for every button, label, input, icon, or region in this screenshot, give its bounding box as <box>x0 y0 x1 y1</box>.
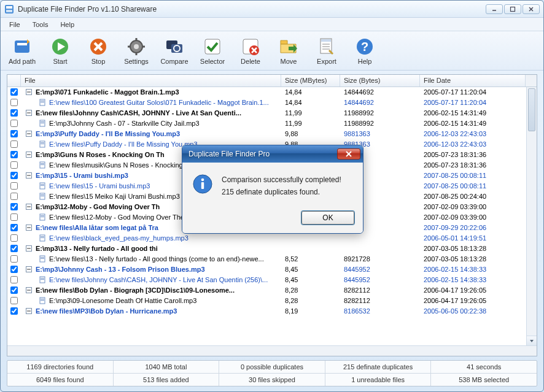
row-checkbox[interactable] <box>10 140 18 148</box>
size-mb: 8,45 <box>281 266 340 273</box>
file-path: E:\mp3\Puffy Daddy - I'll Be Missing You… <box>36 130 180 137</box>
column-date[interactable]: File Date <box>420 75 526 86</box>
row-checkbox[interactable] <box>10 120 18 127</box>
file-icon <box>38 296 47 305</box>
start-button[interactable]: Start <box>41 33 79 69</box>
row-checkbox[interactable] <box>10 276 18 283</box>
table-row[interactable]: E:\mp3\Puffy Daddy - I'll Be Missing You… <box>7 129 537 139</box>
table-row[interactable]: E:\mp3\071 Funkadelic - Maggot Brain.1.m… <box>7 87 537 98</box>
table-row[interactable]: E:\new files\black_eyed_peas-my_humps.mp… <box>7 233 537 244</box>
row-checkbox[interactable] <box>10 88 18 96</box>
scroll-down-arrow[interactable] <box>527 336 537 345</box>
row-checkbox[interactable] <box>10 109 18 117</box>
column-check[interactable] <box>7 75 21 86</box>
minimize-button[interactable] <box>486 4 503 14</box>
svg-rect-52 <box>41 163 44 164</box>
file-path: E:\new files\15 Meiko Kaji Urami Bushi.m… <box>49 193 180 200</box>
selector-label: Selector <box>200 58 225 65</box>
column-file[interactable]: File <box>21 75 281 86</box>
column-size-mb[interactable]: Size (MBytes) <box>281 75 340 86</box>
collapse-icon[interactable] <box>25 109 33 117</box>
move-button[interactable]: Move <box>270 33 308 69</box>
table-row[interactable]: E:\new files\100 Greatest Guitar Solos\0… <box>7 98 537 108</box>
selector-button[interactable]: Selector <box>193 33 231 69</box>
delete-button[interactable]: Delete <box>231 33 270 69</box>
row-checkbox[interactable] <box>10 213 18 221</box>
file-icon <box>38 255 47 263</box>
row-checkbox[interactable] <box>10 193 18 200</box>
collapse-icon[interactable] <box>25 286 33 294</box>
size-mb: 8,52 <box>281 255 340 263</box>
menu-tools[interactable]: Tools <box>26 19 55 30</box>
collapse-icon[interactable] <box>25 307 33 315</box>
export-icon <box>317 37 336 56</box>
dialog-close-button[interactable] <box>337 148 360 159</box>
row-checkbox[interactable] <box>10 224 18 231</box>
table-row[interactable]: E:\mp3\Johnny Cash - 07 - Starkville Cit… <box>7 118 537 129</box>
column-size-b[interactable]: Size (Bytes) <box>340 75 420 86</box>
horizontal-scrollbar[interactable] <box>7 345 537 356</box>
collapse-icon[interactable] <box>25 202 33 211</box>
help-button[interactable]: ? Help <box>346 33 384 69</box>
stop-button[interactable]: Stop <box>79 33 117 69</box>
dialog-title: Duplicate File Finder Pro <box>188 150 337 158</box>
collapse-icon[interactable] <box>25 223 33 232</box>
size-mb: 8,28 <box>281 297 340 304</box>
svg-rect-94 <box>201 182 204 189</box>
menu-help[interactable]: Help <box>54 19 80 30</box>
close-button[interactable] <box>523 4 540 14</box>
file-date: 2006-02-15 14:38:33 <box>420 266 526 273</box>
export-label: Export <box>317 58 336 65</box>
row-checkbox[interactable] <box>10 307 18 315</box>
table-row[interactable]: E:\new files\Johnny Cash\CASH, JOHNNY - … <box>7 275 537 285</box>
file-date: 2006-02-15 14:31:49 <box>420 109 526 117</box>
file-icon <box>38 98 47 107</box>
collapse-icon[interactable] <box>25 150 33 159</box>
status-skipped: 30 files skipped <box>219 374 325 386</box>
collapse-icon[interactable] <box>25 265 33 274</box>
status-selected: 538 MB selected <box>431 374 537 386</box>
row-checkbox[interactable] <box>10 172 18 179</box>
row-checkbox[interactable] <box>10 286 18 294</box>
menu-file[interactable]: File <box>3 19 26 30</box>
row-checkbox[interactable] <box>10 234 18 242</box>
scrollbar-thumb[interactable] <box>528 88 535 131</box>
table-row[interactable]: E:\mp3\09-Lonesome Death Of Hattie Carol… <box>7 296 537 306</box>
table-row[interactable]: E:\new files\Johnny Cash\CASH, JOHNNY - … <box>7 108 537 118</box>
collapse-icon[interactable] <box>25 171 33 180</box>
table-row[interactable]: E:\mp3\13 - Nelly furtado - All good thi… <box>7 244 537 254</box>
row-checkbox[interactable] <box>10 255 18 263</box>
settings-button[interactable]: Settings <box>117 33 155 69</box>
row-checkbox[interactable] <box>10 161 18 169</box>
table-row[interactable]: E:\mp3\Johnny Cash - 13 - Folsom Prison … <box>7 264 537 275</box>
file-path: E:\new files\15 - Urami bushi.mp3 <box>49 182 150 190</box>
export-button[interactable]: Export <box>308 33 346 69</box>
table-row[interactable]: E:\new files\MP3\Bob Dylan - Hurricane.m… <box>7 306 537 317</box>
row-checkbox[interactable] <box>10 130 18 137</box>
file-path: E:\mp3\Johnny Cash - 07 - Starkville Cit… <box>49 120 200 127</box>
size-mb: 8,19 <box>281 307 340 315</box>
maximize-button[interactable] <box>504 4 521 14</box>
table-row[interactable]: E:\new files\Bob Dylan - Biograph [3CD]\… <box>7 285 537 296</box>
row-checkbox[interactable] <box>10 182 18 190</box>
table-row[interactable]: E:\new files\13 - Nelly furtado - All go… <box>7 254 537 264</box>
compare-button[interactable]: Compare <box>155 33 193 69</box>
vertical-scrollbar[interactable] <box>526 87 537 345</box>
collapse-icon[interactable] <box>25 88 33 96</box>
dialog-titlebar[interactable]: Duplicate File Finder Pro <box>182 145 363 163</box>
addpath-button[interactable]: Add path <box>3 33 41 69</box>
row-checkbox[interactable] <box>10 245 18 252</box>
row-checkbox[interactable] <box>10 99 18 106</box>
row-checkbox[interactable] <box>10 203 18 210</box>
row-checkbox[interactable] <box>10 297 18 304</box>
row-checkbox[interactable] <box>10 266 18 273</box>
file-path: E:\mp3\12-Moby - God Moving Over Th <box>36 203 160 210</box>
file-date: 2007-08-25 00:24:40 <box>420 193 526 200</box>
size-bytes: 9881363 <box>340 130 420 137</box>
collapse-icon[interactable] <box>25 129 33 138</box>
row-checkbox[interactable] <box>10 151 18 158</box>
dialog-ok-button[interactable]: OK <box>301 211 354 225</box>
collapse-icon[interactable] <box>25 244 33 253</box>
file-path: E:\new files\Bob Dylan - Biograph [3CD]\… <box>36 286 235 294</box>
app-icon <box>4 4 14 14</box>
